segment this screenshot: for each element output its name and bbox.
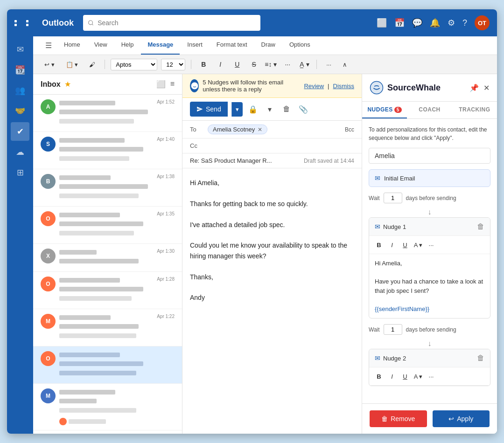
nudge2-underline-btn[interactable]: U: [399, 370, 411, 382]
more-format-btn[interactable]: ···: [281, 58, 294, 71]
nudge-color-btn[interactable]: A ▾: [412, 239, 424, 251]
email-date: Apr 1:40: [157, 137, 175, 144]
remove-button[interactable]: 🗑 Remove: [370, 410, 427, 427]
nudge2-bold-btn[interactable]: B: [373, 370, 385, 382]
nudge2-color-btn[interactable]: A ▾: [412, 370, 424, 382]
user-avatar[interactable]: OT: [475, 15, 490, 30]
video-icon[interactable]: ⬜: [377, 18, 387, 28]
delete-draft-icon[interactable]: 🗑: [280, 103, 293, 116]
list-item[interactable]: B Apr 1:38: [33, 169, 182, 207]
list-item[interactable]: M Apr 1:22: [33, 309, 182, 346]
nudge-underline-btn[interactable]: U: [399, 239, 411, 251]
tab-draw[interactable]: Draw: [255, 36, 282, 55]
personalization-name-input[interactable]: [369, 148, 490, 164]
arrow-down-2: ↓: [369, 339, 490, 348]
subject-text: Re: SaS Product Manager R...: [190, 157, 272, 164]
close-icon[interactable]: ✕: [483, 83, 490, 92]
email-subject: [59, 110, 148, 114]
bcc-button[interactable]: Bcc: [345, 126, 354, 133]
list-item[interactable]: O: [33, 346, 182, 384]
remove-recipient-icon[interactable]: ✕: [258, 126, 262, 133]
sw-tab-coach[interactable]: COACH: [407, 102, 452, 118]
menu-button[interactable]: ☰: [41, 36, 56, 55]
nudge-italic-btn[interactable]: I: [386, 239, 398, 251]
nav-calendar-nav-icon[interactable]: 📆: [11, 61, 29, 79]
inbox-view-icon[interactable]: ⬜: [156, 80, 166, 89]
list-item[interactable]: O Apr 1:28: [33, 272, 182, 309]
bold-btn[interactable]: B: [197, 58, 210, 71]
wait-days-input-2[interactable]: [384, 324, 402, 335]
compose-body[interactable]: Hi Amelia, Thanks for getting back to me…: [182, 168, 362, 434]
settings-icon[interactable]: ⚙: [448, 18, 455, 28]
font-select[interactable]: Aptos: [111, 59, 157, 70]
apply-icon: ↩: [448, 415, 454, 422]
search-input[interactable]: [98, 19, 256, 27]
tab-home[interactable]: Home: [57, 36, 87, 55]
nav-apps-icon[interactable]: ⊞: [11, 163, 29, 182]
nav-tasks-icon[interactable]: ✔: [11, 122, 29, 141]
overflow-btn[interactable]: ···: [322, 59, 335, 70]
dismiss-link[interactable]: Dismiss: [333, 83, 355, 90]
collapse-ribbon-btn[interactable]: ∧: [339, 59, 351, 70]
list-item[interactable]: O Apr 1:35: [33, 207, 182, 244]
nudge-1-delete-icon[interactable]: 🗑: [477, 222, 484, 231]
tab-message[interactable]: Message: [141, 36, 180, 55]
italic-btn[interactable]: I: [214, 58, 227, 71]
email-items: A Apr 1:52: [33, 95, 182, 434]
nudge-1-header: ✉ Nudge 1 🗑: [369, 218, 490, 236]
list-item[interactable]: X Apr 1:30: [33, 244, 182, 272]
list-item[interactable]: A Apr 1:52: [33, 95, 182, 132]
avatar: X: [41, 249, 56, 263]
email-sender: [59, 250, 97, 255]
app-grid-icon[interactable]: [14, 20, 36, 26]
encrypt-dropdown-icon[interactable]: ▾: [263, 103, 276, 116]
nudge2-more-btn[interactable]: ···: [425, 370, 437, 382]
apply-button[interactable]: ↩ Apply: [433, 410, 490, 427]
send-button[interactable]: Send: [190, 102, 228, 117]
nav-groups-icon[interactable]: 🤝: [11, 102, 29, 120]
nudge-2-delete-icon[interactable]: 🗑: [477, 354, 484, 362]
tab-insert[interactable]: Insert: [181, 36, 209, 55]
inbox-header: Inbox ★ ⬜ ≡: [33, 74, 182, 95]
highlight-btn[interactable]: A̲ ▾: [298, 58, 311, 71]
inbox-filter-icon[interactable]: ≡: [170, 80, 175, 89]
separator: |: [328, 83, 329, 90]
attach-icon[interactable]: 📎: [297, 103, 310, 116]
calendar-icon[interactable]: 📅: [394, 18, 405, 28]
nav-contacts-icon[interactable]: 👥: [11, 81, 29, 100]
review-link[interactable]: Review: [304, 83, 324, 90]
nudge-bold-btn[interactable]: B: [373, 239, 385, 251]
nav-email-icon[interactable]: ✉: [11, 40, 29, 59]
list-item[interactable]: S Apr 1:40: [33, 132, 182, 169]
recipient-chip[interactable]: Amelia Scotney ✕: [208, 125, 267, 134]
ribbon: ☰ Home View Help Message Insert Format t…: [33, 36, 497, 74]
tab-help[interactable]: Help: [115, 36, 140, 55]
search-bar[interactable]: [83, 15, 260, 31]
send-dropdown-button[interactable]: ▾: [231, 102, 243, 117]
sw-tab-nudges[interactable]: NUDGES5: [362, 102, 407, 118]
nudge-1-body[interactable]: Hi Amelia, Have you had a chance to take…: [369, 254, 490, 318]
strikethrough-btn[interactable]: S: [247, 58, 260, 71]
nudge-more-btn[interactable]: ···: [425, 239, 437, 251]
undo-btn[interactable]: ↩ ▾: [41, 59, 58, 70]
body-line-2: I've attached a detailed job spec.: [190, 220, 354, 230]
indent-btn[interactable]: ≡↕ ▾: [264, 58, 277, 71]
pin-icon[interactable]: 📌: [469, 83, 479, 92]
bell-icon[interactable]: 🔔: [430, 18, 440, 28]
nudge2-italic-btn[interactable]: I: [386, 370, 398, 382]
wait-days-input-1[interactable]: [384, 193, 402, 203]
format-painter-btn[interactable]: 🖌: [85, 59, 99, 70]
clipboard-btn[interactable]: 📋 ▾: [62, 59, 82, 70]
tab-options[interactable]: Options: [283, 36, 317, 55]
nav-onedrive-icon[interactable]: ☁: [11, 143, 29, 161]
tab-view[interactable]: View: [88, 36, 114, 55]
list-item[interactable]: M: [33, 384, 182, 430]
underline-btn[interactable]: U: [231, 58, 244, 71]
email-preview: [59, 333, 136, 338]
security-icon[interactable]: 🔒: [246, 103, 259, 116]
font-size-select[interactable]: 12: [161, 59, 185, 70]
tab-format-text[interactable]: Format text: [210, 36, 254, 55]
sw-tab-tracking[interactable]: TRACKING: [452, 102, 497, 118]
help-icon[interactable]: ?: [462, 18, 467, 28]
chat-icon[interactable]: 💬: [412, 18, 422, 28]
